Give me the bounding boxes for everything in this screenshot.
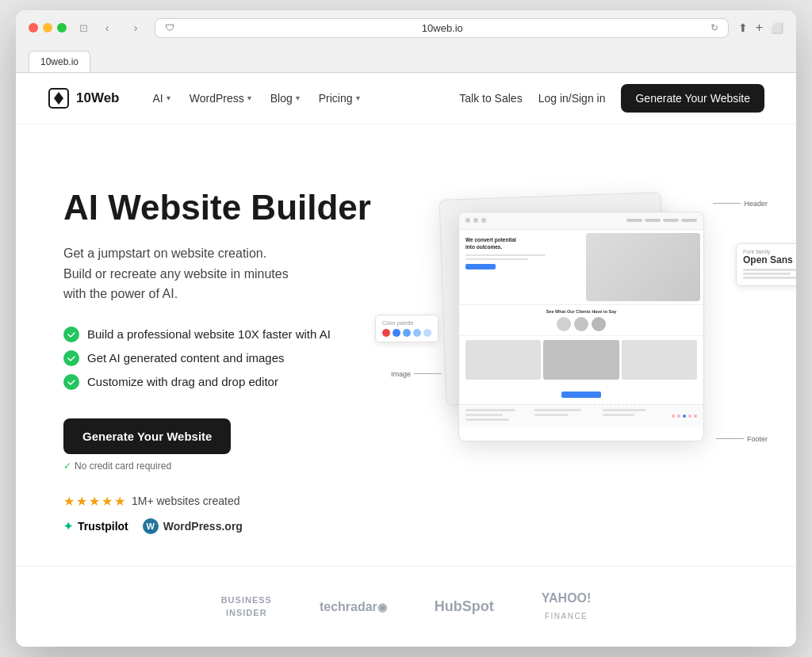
preview-nav-bar [459, 212, 703, 230]
palette-swatches [382, 329, 431, 337]
social-proof: ★ ★ ★ ★ ★ 1M+ websites created ✦ Trustpi… [63, 494, 406, 534]
swatch-5 [423, 329, 431, 337]
preview-dot-3 [481, 218, 486, 223]
footer-dot-1 [672, 414, 675, 418]
stars-row: ★ ★ ★ ★ ★ 1M+ websites created [63, 494, 406, 509]
footer-line-4 [534, 409, 581, 411]
url-text: 10web.io [181, 22, 704, 34]
brand-yahoo: YAHOO!FINANCE [542, 590, 592, 624]
preview-hero-heading: We convert potentialinto outcomes. [465, 236, 580, 250]
font-sample-3 [743, 277, 796, 279]
preview-clients-section: See What Our Clients Have to Say [459, 305, 703, 336]
browser-chrome: ⊡ ‹ › 🛡 10web.io ↻ ⬆ + ⬜ 10web.io [16, 10, 796, 73]
brands-section: BUSINESSINSIDER techradar◉ HubSpot YAHOO… [16, 566, 796, 647]
subtitle-line2: Build or recreate any website in minutes [63, 267, 289, 281]
header-annotation: Header [713, 200, 768, 208]
nav-ai-label: AI [153, 92, 163, 105]
font-label: Font family [743, 249, 796, 254]
footer-dot-4 [688, 414, 691, 418]
preview-nav-link-4 [681, 219, 697, 222]
preview-subtext-2 [465, 258, 528, 260]
forward-button[interactable]: › [126, 18, 145, 37]
preview-hero-image [586, 233, 700, 301]
preview-footer [459, 404, 703, 427]
browser-tabs: 10web.io [29, 46, 783, 72]
color-palette-card: Color palette [375, 315, 439, 342]
font-name: Open Sans [743, 254, 796, 265]
star-1: ★ [63, 494, 75, 509]
brand-techradar: techradar◉ [320, 600, 387, 614]
subtitle-line3: with the power of AI. [63, 287, 178, 300]
font-preview-card: Font family Open Sans [736, 243, 796, 286]
footer-line-1 [465, 409, 515, 411]
maximize-button[interactable] [57, 23, 67, 32]
footer-line-2 [465, 414, 503, 416]
hero-generate-button[interactable]: Generate Your Website [63, 418, 231, 454]
image-annotation-label: Image [391, 370, 411, 378]
nav-item-blog[interactable]: Blog ▾ [262, 87, 308, 109]
footer-line-6 [603, 409, 646, 411]
minimize-button[interactable] [43, 23, 52, 32]
swatch-4 [413, 329, 421, 337]
hero-subtitle: Get a jumpstart on website creation. Bui… [63, 243, 406, 304]
preview-nav-link-2 [645, 219, 661, 222]
footer-annotation-line [716, 438, 744, 439]
star-2: ★ [76, 494, 87, 509]
image-annotation: Image [391, 370, 442, 378]
hero-title: AI Website Builder [63, 188, 406, 228]
nav-item-wordpress[interactable]: WordPress ▾ [182, 87, 259, 109]
wordpress-icon: W [143, 518, 159, 534]
browser-window: ⊡ ‹ › 🛡 10web.io ↻ ⬆ + ⬜ 10web.io [16, 10, 796, 647]
wordpress-badge[interactable]: W WordPress.org [143, 518, 243, 534]
techradar-signal: ◉ [377, 601, 387, 613]
refresh-icon[interactable]: ↻ [710, 22, 718, 33]
active-tab[interactable]: 10web.io [29, 51, 90, 72]
back-button[interactable]: ‹ [98, 18, 117, 37]
share-icon[interactable]: ⬆ [738, 21, 748, 34]
swatch-2 [393, 329, 400, 337]
no-credit-label: No credit card required [75, 460, 171, 472]
trustpilot-badge[interactable]: ✦ Trustpilot [63, 520, 128, 533]
windows-icon[interactable]: ⬜ [771, 22, 783, 34]
close-button[interactable] [29, 23, 38, 32]
preview-dot-2 [473, 218, 478, 223]
check-icon-2 [63, 350, 79, 366]
nav-item-pricing[interactable]: Pricing ▾ [311, 87, 368, 109]
preview-clients-heading: See What Our Clients Have to Say [465, 309, 697, 314]
preview-hero-text-area: We convert potentialinto outcomes. [459, 230, 586, 304]
window-controls: ⊡ [79, 22, 88, 34]
preview-dot-1 [465, 218, 470, 223]
hero-right: Color palette Font family Open Sans [406, 172, 749, 473]
chevron-down-icon: ▾ [247, 94, 251, 102]
avatar-1 [557, 317, 571, 331]
feature-list: Build a professional website 10X faster … [63, 327, 406, 390]
preview-footer-col-1 [465, 409, 528, 423]
talk-to-sales-link[interactable]: Talk to Sales [459, 92, 522, 105]
footer-dot-2 [677, 414, 680, 418]
preview-cta-area [459, 384, 703, 404]
preview-nav-link-1 [626, 219, 642, 222]
nav-item-ai[interactable]: AI ▾ [145, 87, 178, 109]
new-tab-icon[interactable]: + [756, 21, 763, 35]
nav-generate-button[interactable]: Generate Your Website [621, 84, 764, 113]
header-annotation-label: Header [744, 200, 768, 208]
swatch-1 [382, 329, 390, 337]
header-annotation-line [713, 203, 741, 204]
footer-annotation: Footer [716, 435, 768, 443]
hero-left: AI Website Builder Get a jumpstart on we… [63, 172, 406, 534]
preview-footer-col-3 [603, 409, 665, 423]
font-sample-1 [743, 269, 796, 271]
sidebar-toggle-icon[interactable]: ⊡ [79, 22, 88, 34]
chevron-down-icon: ▾ [167, 94, 170, 102]
address-bar[interactable]: 🛡 10web.io ↻ [155, 18, 729, 38]
font-sample-2 [743, 273, 791, 275]
feature-item-3: Customize with drag and drop editor [63, 374, 406, 390]
trustpilot-icon: ✦ [63, 520, 73, 533]
footer-dot-5 [694, 414, 697, 418]
login-link[interactable]: Log in/Sign in [538, 92, 606, 105]
check-mark: ✓ [63, 460, 71, 472]
techradar-text: techradar [320, 600, 377, 613]
footer-line-5 [534, 414, 569, 416]
logo[interactable]: 10Web [48, 87, 120, 109]
preview-img-1 [465, 340, 541, 380]
